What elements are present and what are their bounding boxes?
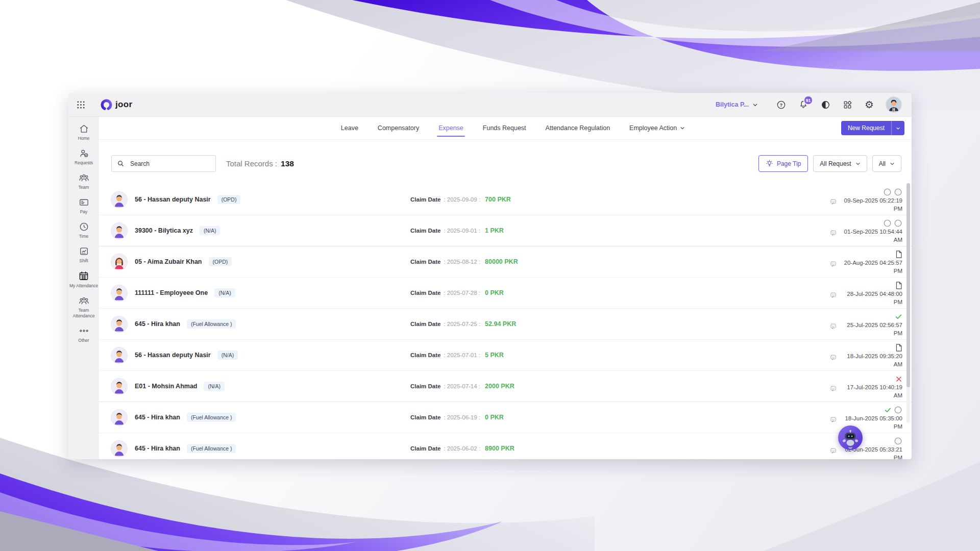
- tab-expense[interactable]: Expense: [438, 117, 463, 139]
- expense-row[interactable]: 645 - Hira khan (Fuel Allowance ) Claim …: [99, 433, 912, 459]
- comment-feedback-icon[interactable]: [830, 385, 837, 392]
- window-header: joor Bilytica P... ?: [68, 93, 912, 117]
- new-request-button[interactable]: New Request: [841, 121, 904, 135]
- status-check-icon: [884, 406, 892, 414]
- comment-feedback-icon[interactable]: [830, 198, 837, 205]
- status-circle-icon: [883, 188, 892, 196]
- claim-cell: Claim Date : 2025-07-28 : 0 PKR: [410, 289, 731, 296]
- new-request-label: New Request: [841, 121, 891, 135]
- claim-cell: Claim Date : 2025-06-02 : 8900 PKR: [410, 445, 731, 452]
- claim-date-label: Claim Date: [410, 290, 440, 296]
- employee-avatar: [111, 285, 127, 301]
- employee-cell: 645 - Hira khan (Fuel Allowance ): [111, 410, 410, 425]
- status-icons: [895, 343, 902, 352]
- claim-amount: 1 PKR: [485, 227, 504, 234]
- page-tip-button[interactable]: Page Tip: [758, 155, 808, 172]
- expense-row[interactable]: E01 - Mohsin Ahmad (N/A) Claim Date : 20…: [99, 371, 912, 402]
- sidebar-item-home[interactable]: Home: [69, 123, 99, 141]
- total-records-label: Total Records :: [226, 159, 277, 168]
- notifications-button[interactable]: 91: [798, 99, 808, 110]
- tab-employee-action[interactable]: Employee Action: [629, 117, 685, 139]
- status-icons: [895, 374, 902, 383]
- status-icons: [883, 188, 902, 196]
- help-icon[interactable]: ?: [776, 100, 786, 110]
- claim-cell: Claim Date : 2025-09-09 : 700 PKR: [410, 196, 731, 203]
- claim-date-label: Claim Date: [410, 259, 440, 265]
- expense-row[interactable]: 39300 - Bilytica xyz (N/A) Claim Date : …: [99, 215, 912, 246]
- status-circle-icon: [894, 406, 902, 414]
- comment-feedback-icon[interactable]: [830, 230, 837, 236]
- scope-filter-label: All: [879, 160, 886, 167]
- scrollbar-thumb[interactable]: [906, 183, 910, 387]
- claim-amount: 80000 PKR: [485, 258, 518, 265]
- comment-feedback-icon[interactable]: [830, 261, 837, 267]
- sidebar-item-other[interactable]: Other: [69, 325, 99, 343]
- claim-date-value: : 2025-09-01 :: [444, 228, 480, 234]
- claim-date-value: : 2025-06-02 :: [444, 445, 480, 452]
- expense-type-badge: (OPD): [217, 195, 241, 204]
- expense-type-badge: (Fuel Allowance ): [187, 319, 236, 329]
- scope-filter-dropdown[interactable]: All: [872, 155, 901, 172]
- expense-row[interactable]: 56 - Hassan deputy Nasir (OPD) Claim Dat…: [99, 184, 912, 215]
- expense-row[interactable]: 111111 - Employeee One (N/A) Claim Date …: [99, 278, 912, 309]
- sidebar-item-team[interactable]: Team: [69, 172, 99, 190]
- sidebar-item-time[interactable]: Time: [69, 221, 99, 239]
- sidebar-item-requests[interactable]: Requests: [69, 148, 99, 166]
- request-filter-dropdown[interactable]: All Request: [813, 155, 867, 172]
- new-request-caret-icon[interactable]: [891, 121, 904, 135]
- comment-feedback-icon[interactable]: [830, 323, 837, 330]
- status-cell: 09-Sep-2025 05:22:19 PM: [731, 186, 902, 213]
- tab-attendance-regulation[interactable]: Attendance Regulation: [546, 117, 610, 139]
- sidebar-item-my-attendance[interactable]: My Attendance: [69, 270, 99, 289]
- theme-contrast-icon[interactable]: [821, 100, 830, 110]
- tab-leave[interactable]: Leave: [341, 117, 358, 139]
- comment-feedback-icon[interactable]: [830, 292, 837, 298]
- claim-amount: 0 PKR: [485, 289, 504, 296]
- employee-cell: 05 - Aima Zubair Khan (OPD): [111, 254, 410, 270]
- expense-type-badge: (N/A): [200, 226, 220, 235]
- expense-row[interactable]: 645 - Hira khan (Fuel Allowance ) Claim …: [99, 402, 912, 433]
- claim-cell: Claim Date : 2025-07-01 : 5 PKR: [410, 352, 731, 359]
- comment-feedback-icon[interactable]: [830, 447, 837, 454]
- expense-row[interactable]: 645 - Hira khan (Fuel Allowance ) Claim …: [99, 309, 912, 340]
- expense-type-badge: (N/A): [204, 382, 225, 391]
- status-icons: [895, 312, 902, 321]
- claim-date-label: Claim Date: [410, 321, 440, 327]
- logo-o-icon: [100, 98, 113, 112]
- submitted-datetime: 17-Jul-2025 10:40:19 AM: [841, 384, 902, 399]
- claim-cell: Claim Date : 2025-07-14 : 2000 PKR: [410, 383, 731, 390]
- scrollbar[interactable]: [906, 183, 910, 423]
- settings-gear-icon[interactable]: ⚙: [865, 99, 874, 110]
- team-attendance-icon: [79, 295, 89, 306]
- comment-feedback-icon[interactable]: [830, 354, 837, 361]
- apps-icon[interactable]: [843, 100, 852, 110]
- claim-date-value: : 2025-07-01 :: [444, 352, 480, 358]
- waffle-grid-icon[interactable]: [77, 101, 85, 109]
- expense-row[interactable]: 56 - Hassan deputy Nasir (N/A) Claim Dat…: [99, 340, 912, 371]
- claim-amount: 52.94 PKR: [485, 320, 516, 328]
- claim-date-label: Claim Date: [410, 228, 440, 234]
- employee-name: 111111 - Employeee One: [135, 289, 208, 296]
- employee-name: 56 - Hassan deputy Nasir: [135, 196, 211, 203]
- claim-amount: 5 PKR: [485, 352, 504, 359]
- claim-date-label: Claim Date: [410, 383, 440, 389]
- chatbot-launcher[interactable]: [838, 425, 863, 450]
- tab-funds-request[interactable]: Funds Request: [483, 117, 526, 139]
- search-input[interactable]: [129, 160, 210, 168]
- brand-logo[interactable]: joor: [100, 98, 132, 112]
- comment-feedback-icon[interactable]: [830, 416, 837, 423]
- pay-icon: [79, 197, 89, 208]
- notification-badge: 91: [803, 95, 813, 105]
- company-selector[interactable]: Bilytica P...: [716, 101, 758, 108]
- sidebar-item-pay[interactable]: Pay: [69, 197, 99, 215]
- tab-compensatory[interactable]: Compensatory: [378, 117, 419, 139]
- claim-amount: 2000 PKR: [485, 383, 514, 390]
- expense-row[interactable]: 05 - Aima Zubair Khan (OPD) Claim Date :…: [99, 246, 912, 278]
- employee-cell: 39300 - Bilytica xyz (N/A): [111, 223, 410, 239]
- user-avatar[interactable]: [886, 97, 901, 112]
- sidebar-item-team-attendance[interactable]: Team Attendance: [69, 295, 99, 319]
- sidebar-item-shift[interactable]: Shift: [69, 246, 99, 264]
- other-icon: [79, 325, 89, 336]
- svg-text:?: ?: [780, 102, 782, 107]
- expense-list: 56 - Hassan deputy Nasir (OPD) Claim Dat…: [99, 184, 912, 459]
